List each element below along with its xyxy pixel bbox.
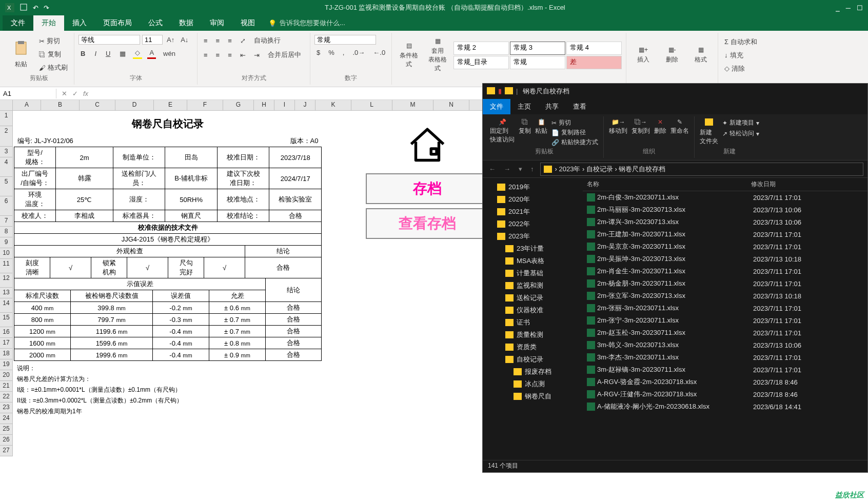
style-normal-dir[interactable]: 常规_目录 [453, 56, 509, 69]
new-folder-button[interactable]: 新建 文件夹 [700, 118, 718, 146]
tree-folder[interactable]: 计量基础 [483, 267, 583, 279]
nav-forward-icon[interactable]: → [502, 165, 512, 173]
row-header[interactable]: 13 [0, 288, 13, 298]
row-header[interactable]: 17 [0, 338, 13, 349]
col-header[interactable]: C [80, 100, 115, 110]
style-normal4[interactable]: 常规 4 [566, 42, 622, 55]
tab-formula[interactable]: 公式 [140, 15, 171, 31]
row-header[interactable]: 8 [0, 227, 13, 237]
select-all-corner[interactable] [0, 100, 13, 110]
row-header[interactable]: 7 [0, 216, 13, 227]
redo-icon[interactable]: ↷ [44, 4, 49, 12]
percent-icon[interactable]: % [326, 48, 337, 57]
col-header[interactable]: L [351, 100, 392, 110]
align-left-icon[interactable]: ≡ [202, 50, 210, 60]
merge-button[interactable]: 合并后居中 [266, 49, 303, 61]
clear-button[interactable]: ◇清除 [722, 63, 759, 74]
view-archive-button[interactable]: 查看存档 [366, 208, 489, 239]
cells-delete-button[interactable]: ▦-删除 [659, 45, 685, 65]
explorer-titlebar[interactable]: ▮ | 钢卷尺自校存档 [483, 84, 867, 99]
border-button[interactable]: ▦ [117, 48, 128, 59]
conditional-format-button[interactable]: ▤条件格式 [396, 41, 422, 70]
tree-folder[interactable]: 2023年 [483, 230, 583, 243]
col-header[interactable]: A [13, 100, 41, 110]
col-header[interactable]: B [41, 100, 80, 110]
file-list-rows[interactable]: 2m-白俊-3m-20230711.xlsx2023/7/11 17:012m-… [583, 191, 867, 460]
row-header[interactable]: 9 [0, 237, 13, 248]
nav-back-icon[interactable]: ← [487, 165, 498, 173]
minimize-icon[interactable]: ─ [846, 4, 851, 12]
style-normal3[interactable]: 常规 3 [510, 42, 565, 55]
inc-decimal-icon[interactable]: .0→ [350, 48, 367, 57]
file-row[interactable]: 2m-张宁-3m-20230711.xlsx2023/7/11 17:01 [583, 314, 867, 327]
file-row[interactable]: 2m-肖金生-3m-20230711.xlsx2023/7/11 17:01 [583, 265, 867, 277]
indent-inc-icon[interactable]: ⇥ [252, 50, 262, 60]
font-color-button[interactable]: A [147, 48, 156, 59]
file-row[interactable]: 3m-赵禄镝-3m-20230711.xlsx2023/7/11 17:01 [583, 364, 867, 376]
currency-icon[interactable]: $ [314, 48, 322, 57]
explorer-tab-share[interactable]: 共享 [538, 99, 566, 114]
number-format-select[interactable] [314, 35, 376, 45]
copyto-button[interactable]: ⿻→复制到 [632, 118, 650, 135]
row-header[interactable]: 2 [0, 126, 13, 147]
row-header[interactable]: 18 [0, 349, 13, 359]
tree-folder[interactable]: 2022年 [483, 218, 583, 230]
rename-button[interactable]: ✎重命名 [670, 118, 689, 135]
col-header[interactable]: K [315, 100, 351, 110]
file-row[interactable]: A-RGV-骆金霞-2m-20230718.xlsx2023/7/18 8:46 [583, 376, 867, 388]
row-header[interactable]: 20 [0, 370, 13, 381]
row-header[interactable]: 4 [0, 157, 13, 177]
col-header[interactable]: G [223, 100, 254, 110]
align-mid-icon[interactable]: ≡ [214, 36, 222, 46]
align-center-icon[interactable]: ≡ [214, 50, 222, 60]
file-row[interactable]: 2m-白俊-3m-20230711.xlsx2023/7/11 17:01 [583, 191, 867, 204]
tab-layout[interactable]: 页面布局 [95, 15, 140, 31]
cancel-icon[interactable]: ✕ [62, 90, 67, 97]
col-header[interactable]: N [433, 100, 469, 110]
orientation-icon[interactable]: ⤢ [238, 36, 248, 46]
col-header[interactable]: M [392, 100, 433, 110]
row-header[interactable]: 25 [0, 424, 13, 435]
file-row[interactable]: 2m-吴振坤-3m-20230713.xlsx2023/7/13 10:18 [583, 253, 867, 265]
tree-folder[interactable]: 监视和测 [483, 279, 583, 292]
name-box[interactable]: A1 [0, 89, 56, 98]
tree-folder[interactable]: 23年计量 [483, 243, 583, 255]
bold-button[interactable]: B [78, 48, 87, 59]
qtab2-icon[interactable] [505, 87, 513, 96]
maximize-icon[interactable]: ☐ [857, 4, 863, 12]
tree-folder[interactable]: 2021年 [483, 206, 583, 218]
row-header[interactable]: 12 [0, 273, 13, 288]
row-header[interactable]: 14 [0, 298, 13, 313]
file-row[interactable]: A-储能液冷-阚小光-2m-20230618.xlsx2023/6/18 14:… [583, 400, 867, 413]
tree-folder[interactable]: 仪器校准 [483, 304, 583, 316]
save-icon[interactable] [19, 3, 28, 13]
nav-up-icon[interactable]: ↑ [528, 165, 536, 173]
font-name-select[interactable] [78, 35, 140, 45]
exp-cut-button[interactable]: ✂剪切 [551, 118, 598, 127]
file-row[interactable]: 3m-李杰-3m-20230711.xlsx2023/7/11 17:01 [583, 351, 867, 364]
fx-icon[interactable]: fx [83, 90, 88, 97]
file-row[interactable]: 2m-马丽丽-3m-20230713.xlsx2023/7/13 10:06 [583, 204, 867, 216]
archive-button[interactable]: 存档 [366, 173, 489, 204]
undo-icon[interactable]: ↶ [33, 4, 38, 12]
row-header[interactable]: 24 [0, 413, 13, 424]
file-row[interactable]: 2m-谭兴-3m-20230713.xlsx2023/7/13 10:06 [583, 216, 867, 228]
format-painter-button[interactable]: 🖌格式刷 [37, 62, 70, 73]
row-header[interactable]: 6 [0, 196, 13, 216]
align-top-icon[interactable]: ≡ [202, 36, 210, 46]
cell-styles-gallery[interactable]: 常规 2 常规 3 常规 4 常规_目录 常规 差 [453, 42, 622, 69]
tab-review[interactable]: 审阅 [202, 15, 232, 31]
tree-folder[interactable]: 证书 [483, 316, 583, 329]
home-icon[interactable] [404, 121, 450, 169]
copy-button[interactable]: ⿻复制 [37, 49, 70, 60]
file-row[interactable]: 2m-赵玉松-3m-20230711.xlsx2023/7/11 17:01 [583, 327, 867, 339]
fill-color-button[interactable]: ◇ [133, 48, 142, 59]
row-header[interactable]: 16 [0, 327, 13, 338]
tree-folder[interactable]: 自校记录 [483, 353, 583, 366]
exp-copy-button[interactable]: ⿻复制 [519, 118, 531, 135]
file-row[interactable]: 2m-杨金朋-3m-20230711.xlsx2023/7/11 17:01 [583, 277, 867, 290]
col-header[interactable]: I [274, 100, 295, 110]
col-header[interactable]: F [187, 100, 223, 110]
tab-view[interactable]: 视图 [232, 15, 263, 31]
phonetic-button[interactable]: wén [161, 48, 177, 59]
